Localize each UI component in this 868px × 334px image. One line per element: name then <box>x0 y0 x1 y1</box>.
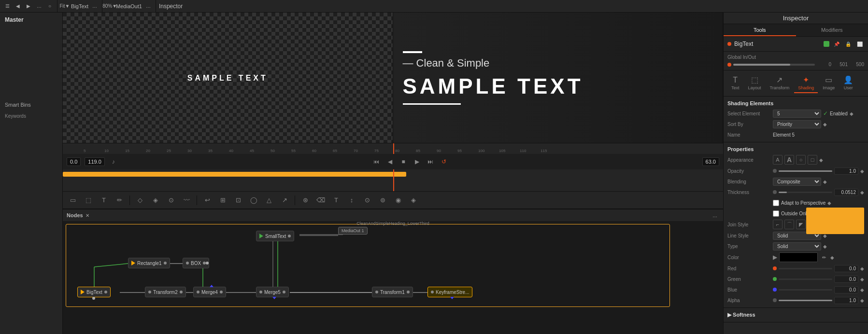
alpha-diamond[interactable]: ◆ <box>860 298 864 303</box>
tab-icon-transform[interactable]: ↗ Transform <box>766 73 794 93</box>
tab-modifiers[interactable]: Modifiers <box>796 24 868 36</box>
tool-warp[interactable]: 〰 <box>180 194 193 207</box>
color-picker-icon[interactable]: ✏ <box>820 253 828 262</box>
join-bevel[interactable]: ◤ <box>796 220 806 229</box>
stop-btn[interactable]: ■ <box>398 157 408 167</box>
tool-paint[interactable]: ✏ <box>113 194 126 207</box>
media-out-node[interactable]: MediaOut 1 <box>338 227 368 235</box>
back-icon[interactable]: ◀ <box>14 2 22 11</box>
v2-zoom[interactable]: 80%▼ <box>105 2 114 11</box>
workspace-icon[interactable]: ○ <box>45 2 54 11</box>
node-smalltext[interactable]: SmallText <box>256 231 294 241</box>
select-element-dropdown[interactable]: 5 <box>773 110 821 118</box>
blending-diamond[interactable]: ◆ <box>823 179 827 184</box>
color-swatch[interactable] <box>779 252 818 262</box>
select-element-diamond[interactable]: ◆ <box>850 111 854 116</box>
tool-triangle[interactable]: △ <box>263 194 275 207</box>
tool-color[interactable]: ⊙ <box>165 194 177 207</box>
nodes-canvas[interactable]: CleanAndSimpleHeading_LowerThird <box>63 221 723 310</box>
opacity-slider[interactable] <box>779 170 832 172</box>
adapt-checkbox[interactable] <box>773 200 779 206</box>
node-transform2[interactable]: Transform2 <box>145 287 186 297</box>
skip-end-btn[interactable]: ⏭ <box>426 157 435 167</box>
viewer2-canvas[interactable]: — Clean & Simple SAMPLE TEXT <box>393 13 723 143</box>
v2-more[interactable]: … <box>144 2 153 11</box>
more-icon[interactable]: … <box>35 2 43 11</box>
nodes-close[interactable]: ✕ <box>83 211 92 220</box>
type-dropdown[interactable]: Solid <box>773 242 821 250</box>
node-merge4[interactable]: Merge4 <box>193 287 226 297</box>
tool-circ2[interactable]: ⊙ <box>361 194 373 207</box>
blue-diamond[interactable]: ◆ <box>860 287 864 292</box>
thickness-val[interactable]: 0.0512 <box>834 189 858 196</box>
node-bigtext[interactable]: BigText <box>77 287 111 297</box>
node-transform1[interactable]: Transform1 <box>372 287 413 297</box>
thickness-diamond[interactable]: ◆ <box>860 190 864 195</box>
opacity-val[interactable]: 1.0 <box>834 167 858 175</box>
alpha-slider[interactable] <box>779 300 832 301</box>
v1-fit[interactable]: Fit▼ <box>60 2 69 11</box>
tab-icon-image[interactable]: ▭ Image <box>819 73 839 93</box>
current-time-display[interactable]: 63.0 <box>702 157 719 166</box>
red-val[interactable]: 0.0 <box>834 265 858 272</box>
sort-by-dropdown[interactable]: Priority <box>773 120 821 128</box>
sort-by-diamond[interactable]: ◆ <box>823 122 827 127</box>
red-slider[interactable] <box>779 268 832 269</box>
node-merge5[interactable]: Merge5 <box>256 287 289 297</box>
adapt-diamond[interactable]: ◆ <box>827 200 831 206</box>
tool-t2[interactable]: T <box>330 194 342 207</box>
tab-icon-text[interactable]: T Text <box>727 74 743 93</box>
tool-grid[interactable]: ⊡ <box>232 194 244 207</box>
blue-val[interactable]: 0.0 <box>834 286 858 293</box>
tool-shape[interactable]: ⬚ <box>82 194 95 207</box>
forward-icon[interactable]: ▶ <box>24 2 33 11</box>
tool-effect[interactable]: ◈ <box>149 194 162 207</box>
node-bigtext-arrow[interactable] <box>81 290 85 294</box>
tool-ring[interactable]: ◉ <box>392 194 404 207</box>
join-miter[interactable]: ⌐ <box>773 220 783 229</box>
alpha-val[interactable]: 1.0 <box>834 297 858 304</box>
tool-diamond[interactable]: ◈ <box>407 194 420 207</box>
green-val[interactable]: 0.0 <box>834 276 858 283</box>
start-time-display[interactable]: 0.0 <box>67 157 81 166</box>
keywords-label[interactable]: Keywords <box>0 111 62 121</box>
insp-expand-icon[interactable]: ⬜ <box>855 40 864 48</box>
tool-arrow[interactable]: ↗ <box>278 194 291 207</box>
prev-frame-btn[interactable]: ◀ <box>385 157 395 167</box>
v1-more[interactable]: … <box>90 2 99 11</box>
appear-diamond[interactable]: ◆ <box>819 157 823 163</box>
node-keyframestr[interactable]: KeyframeStre... <box>427 287 472 297</box>
tool-scale[interactable]: ↕ <box>345 194 358 207</box>
blue-slider[interactable] <box>779 289 832 291</box>
node-rect1-arrow[interactable] <box>131 261 135 265</box>
timeline-ruler[interactable]: 5 10 15 20 25 30 35 40 45 50 55 60 65 70… <box>63 143 723 154</box>
tool-select[interactable]: ▭ <box>67 194 79 207</box>
node-smalltext-arrow[interactable] <box>259 234 263 238</box>
audio-icon[interactable]: ♪ <box>109 157 118 167</box>
tool-mask[interactable]: ◇ <box>134 194 146 207</box>
loop-btn[interactable]: ↺ <box>439 157 449 167</box>
appear-square[interactable]: □ <box>808 155 817 165</box>
tab-icon-shading[interactable]: ✦ Shading <box>794 73 818 93</box>
green-diamond[interactable]: ◆ <box>860 277 864 282</box>
end-time-display[interactable]: 119.0 <box>85 157 105 166</box>
outside-checkbox[interactable] <box>773 210 779 217</box>
join-round[interactable]: ⌒ <box>784 220 794 229</box>
tool-undo[interactable]: ↩ <box>201 194 213 207</box>
node-box[interactable]: BOX <box>183 258 209 268</box>
opacity-diamond[interactable]: ◆ <box>860 168 864 174</box>
global-slider[interactable] <box>733 64 815 66</box>
appear-a-small[interactable]: A <box>773 155 783 165</box>
type-diamond[interactable]: ◆ <box>823 244 827 249</box>
red-diamond[interactable]: ◆ <box>860 266 864 271</box>
green-slider[interactable] <box>779 278 832 280</box>
tab-icon-layout[interactable]: ⬚ Layout <box>744 73 765 93</box>
tool-text[interactable]: T <box>98 194 110 207</box>
thickness-slider[interactable] <box>779 192 832 193</box>
skip-start-btn[interactable]: ⏮ <box>371 157 381 167</box>
tool-rad[interactable]: ⊚ <box>376 194 389 207</box>
tab-icon-user[interactable]: 👤 User <box>840 73 857 93</box>
tool-nodes[interactable]: ⊛ <box>299 194 312 207</box>
play-btn[interactable]: ▶ <box>412 157 422 167</box>
insp-lock-icon[interactable]: 🔒 <box>844 40 853 48</box>
